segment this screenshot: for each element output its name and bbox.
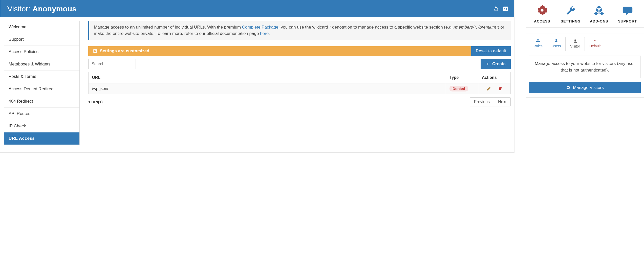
- tab-visitor[interactable]: Visitor: [565, 37, 585, 51]
- sidenav-item-api-routes[interactable]: API Routes: [4, 108, 79, 120]
- cell-type: Denied: [446, 83, 478, 94]
- search-input[interactable]: [88, 59, 136, 69]
- tab-label: Roles: [533, 44, 543, 48]
- manage-visitors-button[interactable]: Manage Visitors: [529, 82, 641, 93]
- top-nav-add-ons[interactable]: ADD-ONS: [585, 5, 613, 23]
- tab-label: Default: [589, 44, 600, 48]
- subject-tabs: RolesUsersVisitorDefault: [529, 37, 641, 51]
- code-file-icon[interactable]: [503, 6, 509, 12]
- asterisk-icon: [593, 38, 597, 43]
- user-icon: [554, 38, 559, 43]
- tab-roles[interactable]: Roles: [529, 37, 547, 51]
- pagination: Previous Next: [470, 97, 511, 106]
- sidenav-item-support[interactable]: Support: [4, 33, 79, 46]
- toolbar: Create: [88, 59, 511, 69]
- col-header-actions: Actions: [478, 72, 511, 83]
- sidenav-item-404-redirect[interactable]: 404 Redirect: [4, 95, 79, 108]
- sidenav-item-posts-terms[interactable]: Posts & Terms: [4, 71, 79, 83]
- complete-package-link[interactable]: Complete Package: [242, 25, 278, 30]
- trash-icon[interactable]: [498, 86, 503, 91]
- docs-here-link[interactable]: here: [260, 31, 269, 36]
- next-button[interactable]: Next: [494, 98, 510, 106]
- top-nav-support[interactable]: SUPPORT: [613, 5, 642, 23]
- tab-label: Users: [552, 44, 561, 48]
- denied-badge: Denied: [449, 86, 468, 91]
- main-panel: Visitor: Anonymous WelcomeSupportAccess …: [0, 0, 514, 153]
- sidenav-item-url-access[interactable]: URL Access: [4, 132, 79, 145]
- visitor-icon: [573, 39, 577, 43]
- top-nav-settings[interactable]: SETTINGS: [556, 5, 585, 23]
- create-button[interactable]: Create: [481, 59, 511, 69]
- content-area: Manage access to an unlimited number of …: [88, 21, 511, 106]
- cell-url: /wp-json/: [89, 83, 446, 94]
- sidenav-item-access-policies[interactable]: Access Policies: [4, 46, 79, 58]
- right-sidebar: ACCESSSETTINGSADD-ONSSUPPORT RolesUsersV…: [526, 0, 644, 153]
- top-nav-access[interactable]: ACCESS: [528, 5, 556, 23]
- tab-default[interactable]: Default: [585, 37, 605, 51]
- sidenav-item-access-denied-redirect[interactable]: Access Denied Redirect: [4, 83, 79, 95]
- tab-users[interactable]: Users: [547, 37, 566, 51]
- info-banner: Manage access to an unlimited number of …: [88, 21, 511, 40]
- sidenav-item-welcome[interactable]: Welcome: [4, 21, 79, 33]
- subject-card: RolesUsersVisitorDefault Manage access t…: [526, 34, 644, 98]
- top-nav-label: ADD-ONS: [585, 19, 613, 23]
- reset-to-default-button[interactable]: Reset to default: [471, 46, 511, 56]
- customize-bar: Settings are customized Reset to default: [88, 46, 511, 56]
- header-bar: Visitor: Anonymous: [0, 0, 514, 17]
- tab-label: Visitor: [570, 44, 580, 48]
- col-header-type: Type: [446, 72, 478, 83]
- plus-icon: [486, 62, 490, 66]
- subject-description: Manage access to your website for visito…: [529, 56, 641, 78]
- top-nav-card: ACCESSSETTINGSADD-ONSSUPPORT: [526, 0, 644, 28]
- customize-message: Settings are customized: [88, 46, 471, 56]
- top-nav-label: ACCESS: [528, 19, 556, 23]
- col-header-url: URL: [89, 72, 446, 83]
- gears-icon: [536, 5, 548, 16]
- undo-icon[interactable]: [493, 6, 499, 12]
- url-table: URL Type Actions /wp-json/Denied: [88, 72, 511, 94]
- page-title: Visitor: Anonymous: [7, 5, 76, 13]
- top-nav-label: SETTINGS: [556, 19, 585, 23]
- sidenav-item-metaboxes-widgets[interactable]: Metaboxes & Widgets: [4, 58, 79, 71]
- chat-icon: [622, 5, 633, 16]
- group-icon: [536, 38, 540, 43]
- side-nav: WelcomeSupportAccess PoliciesMetaboxes &…: [4, 21, 80, 145]
- cog-icon: [566, 85, 570, 90]
- prev-button[interactable]: Previous: [470, 98, 494, 106]
- uri-count-label: 1 URI(s): [88, 100, 103, 104]
- top-nav-label: SUPPORT: [613, 19, 642, 23]
- check-square-icon: [93, 49, 97, 53]
- table-row: /wp-json/Denied: [89, 83, 511, 94]
- wrench-icon: [565, 5, 576, 16]
- sidenav-item-ip-check[interactable]: IP Check: [4, 120, 79, 132]
- cubes-icon: [593, 5, 605, 16]
- edit-icon[interactable]: [486, 86, 491, 91]
